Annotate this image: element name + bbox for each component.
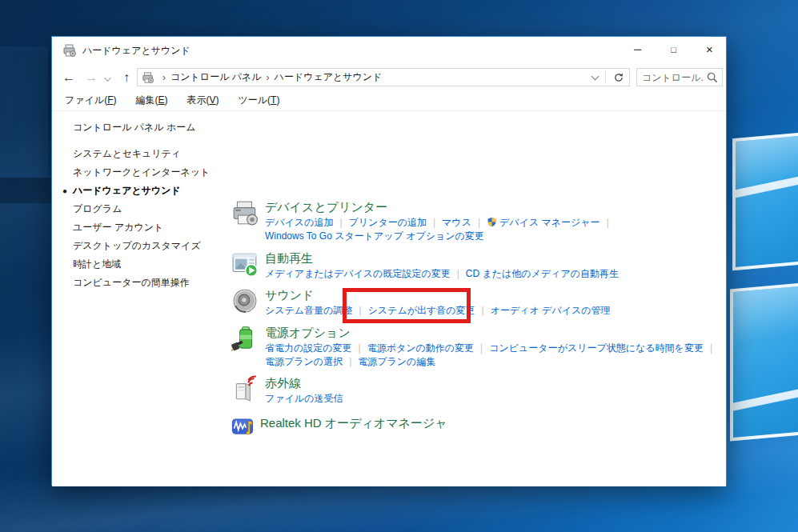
printer-icon bbox=[231, 199, 259, 226]
link-send-receive-files[interactable]: ファイルの送受信 bbox=[265, 393, 343, 404]
section-power-options: 電源オプション 省電力の設定の変更電源ボタンの動作の変更コンピューターがスリープ… bbox=[231, 325, 719, 369]
section-realtek-audio-manager: Realtek HD オーディオマネージャ bbox=[231, 415, 447, 438]
speaker-icon bbox=[231, 287, 259, 314]
link-separator bbox=[433, 217, 435, 228]
section-infrared: 赤外線 ファイルの送受信 bbox=[231, 375, 343, 406]
sidebar: システムとセキュリティ ネットワークとインターネット ●ハードウェアとサウンド … bbox=[73, 145, 210, 292]
menu-tools[interactable]: ツール(T) bbox=[234, 94, 285, 107]
recent-pages-chevron-icon[interactable] bbox=[104, 74, 111, 82]
link-autoplay-cd[interactable]: CD または他のメディアの自動再生 bbox=[466, 268, 619, 279]
link-separator bbox=[339, 217, 342, 228]
link-adjust-system-volume[interactable]: システム音量の調整 bbox=[265, 305, 352, 316]
breadcrumb-separator: › bbox=[162, 72, 166, 83]
link-change-power-button[interactable]: 電源ボタンの動作の変更 bbox=[367, 342, 474, 354]
link-change-power-saving[interactable]: 省電力の設定の変更 bbox=[265, 342, 352, 354]
link-separator bbox=[482, 305, 484, 316]
link-add-device[interactable]: デバイスの追加 bbox=[265, 217, 333, 228]
search-input[interactable] bbox=[637, 72, 706, 83]
link-separator bbox=[457, 268, 459, 279]
link-add-printer[interactable]: プリンターの追加 bbox=[349, 217, 427, 228]
windows-logo-pane-bottom bbox=[730, 281, 798, 442]
maximize-button[interactable]: □ bbox=[656, 37, 692, 62]
refresh-icon[interactable] bbox=[611, 70, 627, 86]
windows-logo-pane-top bbox=[732, 130, 798, 270]
section-devices-and-printers: デバイスとプリンター デバイスの追加プリンターの追加マウスデバイス マネージャー… bbox=[231, 199, 616, 243]
sidebar-item-network-internet[interactable]: ネットワークとインターネット bbox=[73, 163, 210, 182]
power-icon bbox=[231, 325, 259, 352]
wallpaper-dark-band bbox=[0, 178, 51, 203]
link-choose-power-plan[interactable]: 電源プランの選択 bbox=[265, 356, 343, 367]
back-button[interactable]: ← bbox=[58, 64, 79, 90]
link-edit-power-plan[interactable]: 電源プランの編集 bbox=[358, 356, 435, 367]
control-panel-window: ハードウェアとサウンド ─ □ × ← → ↑ › コントロール パネル › ハ… bbox=[51, 36, 727, 486]
minimize-button[interactable]: ─ bbox=[620, 37, 656, 62]
content-area: コントロール パネル ホーム システムとセキュリティ ネットワークとインターネッ… bbox=[52, 111, 726, 486]
menu-bar: ファイル(F) 編集(E) 表示(V) ツール(T) bbox=[52, 90, 726, 111]
highlight-box bbox=[343, 288, 471, 323]
search-icon[interactable] bbox=[706, 71, 719, 84]
link-change-default-media-settings[interactable]: メディアまたはデバイスの既定設定の変更 bbox=[265, 268, 451, 279]
infrared-icon bbox=[231, 375, 259, 402]
breadcrumb-control-panel[interactable]: コントロール パネル bbox=[170, 70, 262, 84]
sidebar-item-system-security[interactable]: システムとセキュリティ bbox=[73, 145, 210, 163]
search-box[interactable] bbox=[636, 68, 723, 86]
sidebar-item-control-panel-home[interactable]: コントロール パネル ホーム bbox=[73, 121, 195, 134]
link-windows-to-go[interactable]: Windows To Go スタートアップ オプションの変更 bbox=[265, 230, 484, 242]
section-title-infrared[interactable]: 赤外線 bbox=[265, 375, 301, 390]
uac-shield-icon bbox=[487, 217, 497, 227]
navigation-bar: ← → ↑ › コントロール パネル › ハードウェアとサウンド bbox=[52, 64, 726, 90]
link-separator bbox=[607, 217, 609, 228]
address-divider bbox=[605, 70, 606, 84]
title-bar: ハードウェアとサウンド ─ □ × bbox=[52, 37, 726, 64]
section-title-power-options[interactable]: 電源オプション bbox=[265, 325, 351, 340]
up-button[interactable]: ↑ bbox=[116, 64, 137, 90]
link-separator bbox=[710, 342, 712, 354]
window-title: ハードウェアとサウンド bbox=[82, 37, 190, 64]
address-dropdown-chevron-icon[interactable] bbox=[591, 72, 600, 80]
section-title-realtek[interactable]: Realtek HD オーディオマネージャ bbox=[260, 415, 447, 430]
section-autoplay: 自動再生 メディアまたはデバイスの既定設定の変更CD または他のメディアの自動再… bbox=[231, 250, 619, 281]
autoplay-icon bbox=[231, 250, 259, 278]
link-mouse[interactable]: マウス bbox=[442, 217, 471, 228]
link-separator bbox=[349, 356, 351, 367]
section-title-sound[interactable]: サウンド bbox=[265, 287, 314, 302]
sidebar-item-clock-region[interactable]: 時計と地域 bbox=[73, 255, 210, 274]
link-manage-audio-devices[interactable]: オーディオ デバイスの管理 bbox=[491, 305, 611, 316]
address-bar[interactable]: › コントロール パネル › ハードウェアとサウンド bbox=[137, 68, 630, 86]
close-button[interactable]: × bbox=[692, 37, 728, 62]
location-icon bbox=[142, 71, 154, 84]
menu-edit[interactable]: 編集(E) bbox=[130, 94, 172, 107]
link-device-manager[interactable]: デバイス マネージャー bbox=[499, 217, 600, 228]
link-separator bbox=[359, 342, 361, 354]
breadcrumb-hardware-sound[interactable]: ハードウェアとサウンド bbox=[275, 70, 383, 84]
hardware-sound-icon bbox=[62, 43, 77, 58]
menu-view[interactable]: 表示(V) bbox=[182, 94, 223, 107]
sidebar-item-user-accounts[interactable]: ユーザー アカウント bbox=[73, 218, 210, 237]
wallpaper-left-pane bbox=[0, 46, 48, 178]
section-title-devices-and-printers[interactable]: デバイスとプリンター bbox=[265, 199, 387, 214]
sidebar-item-ease-of-access[interactable]: コンピューターの簡単操作 bbox=[73, 274, 210, 292]
realtek-icon bbox=[231, 415, 254, 438]
link-separator bbox=[480, 342, 483, 354]
forward-button[interactable]: → bbox=[81, 64, 102, 90]
breadcrumb-separator: › bbox=[267, 72, 270, 83]
menu-file[interactable]: ファイル(F) bbox=[60, 94, 121, 107]
selected-bullet-icon: ● bbox=[62, 182, 67, 200]
sidebar-item-appearance[interactable]: デスクトップのカスタマイズ bbox=[73, 237, 210, 255]
desktop: ハードウェアとサウンド ─ □ × ← → ↑ › コントロール パネル › ハ… bbox=[0, 0, 798, 532]
sidebar-item-programs[interactable]: プログラム bbox=[73, 200, 210, 218]
sidebar-item-hardware-sound[interactable]: ●ハードウェアとサウンド bbox=[73, 182, 210, 200]
link-separator bbox=[478, 217, 480, 228]
section-title-autoplay[interactable]: 自動再生 bbox=[265, 250, 313, 266]
link-change-sleep-time[interactable]: コンピューターがスリープ状態になる時間を変更 bbox=[489, 342, 704, 354]
